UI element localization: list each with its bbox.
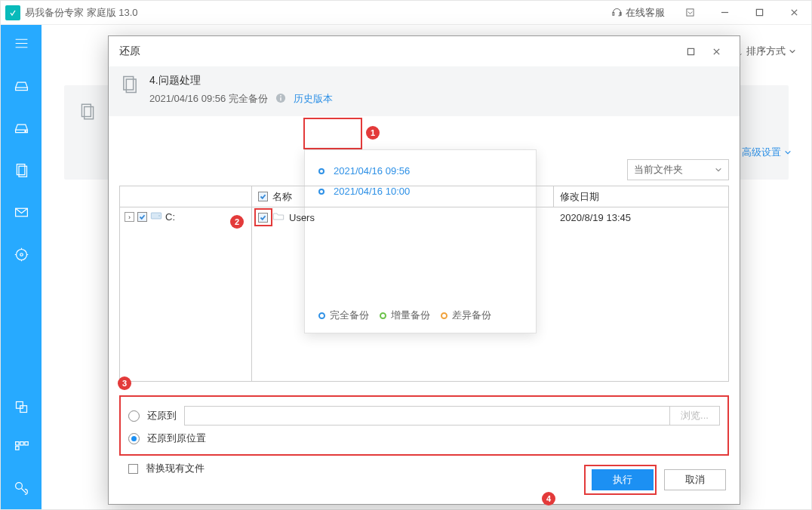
svg-rect-14 (20, 442, 23, 445)
file-date: 2020/8/19 13:45 (560, 212, 631, 223)
file-browser: › C: 名称 修改日期 (119, 186, 729, 382)
radio-checked[interactable] (128, 433, 140, 444)
svg-rect-11 (16, 402, 23, 409)
svg-rect-24 (280, 97, 281, 100)
file-name: Users (289, 212, 315, 223)
svg-point-25 (280, 95, 281, 97)
dialog-titlebar: 还原 (109, 36, 740, 66)
path-input[interactable]: 浏览... (184, 406, 720, 426)
task-meta: 2021/04/16 09:56 完全备份 (149, 92, 268, 106)
maximize-button[interactable] (742, 1, 777, 25)
online-service-label: 在线客服 (626, 6, 665, 20)
svg-rect-0 (613, 13, 614, 16)
minimize-button[interactable] (707, 1, 742, 25)
close-button[interactable] (777, 1, 811, 25)
restore-original-label: 还原到原位置 (147, 432, 206, 445)
svg-rect-21 (124, 77, 134, 91)
online-service-button[interactable]: 在线客服 (604, 1, 672, 25)
list-header: 名称 修改日期 (252, 186, 728, 207)
restore-to-row[interactable]: 还原到 浏览... (128, 403, 720, 429)
clone-icon[interactable] (14, 399, 29, 417)
svg-rect-2 (686, 9, 693, 16)
annotation-box-history (303, 118, 362, 149)
annotation-box-execute (584, 465, 657, 495)
disk-icon (150, 210, 162, 223)
dialog-maximize-button[interactable] (678, 36, 703, 66)
titlebar-dropdown-button[interactable] (672, 1, 707, 25)
menu-icon[interactable] (14, 35, 29, 54)
annotation-marker-3: 3 (118, 376, 131, 390)
info-icon[interactable] (275, 93, 286, 106)
svg-point-5 (24, 131, 26, 132)
svg-rect-19 (85, 107, 94, 119)
svg-point-17 (15, 483, 22, 490)
annotation-box-options: 还原到 浏览... 还原到原位置 (119, 395, 729, 456)
app-window: 易我备份专家 家庭版 13.0 在线客服 排序方式 (0, 0, 812, 510)
expand-toggle[interactable]: › (125, 212, 134, 222)
file-list: 名称 修改日期 Users 2020/8/19 13:4 (252, 186, 728, 381)
annotation-marker-2: 2 (230, 215, 244, 229)
task-name: 4.问题处理 (149, 74, 333, 88)
dialog-header: 4.问题处理 2021/04/16 09:56 完全备份 历史版本 (109, 66, 740, 116)
version-label: 2021/04/16 09:56 (334, 165, 410, 177)
svg-point-10 (20, 253, 23, 257)
annotation-box-checkbox (254, 208, 272, 226)
svg-rect-15 (24, 442, 27, 445)
task-type-icon (119, 74, 140, 97)
drive-label: C: (165, 211, 175, 223)
list-row[interactable]: Users 2020/8/19 13:45 (252, 207, 728, 227)
dialog-close-button[interactable] (703, 36, 729, 66)
svg-rect-16 (15, 447, 18, 450)
svg-rect-18 (82, 104, 91, 116)
settings-icon[interactable] (14, 481, 29, 499)
headset-icon (611, 7, 623, 18)
disk-backup-icon[interactable] (14, 78, 29, 96)
folder-icon (272, 211, 285, 224)
tree-panel: › C: (120, 186, 252, 381)
dialog-title: 还原 (119, 45, 678, 58)
radio[interactable] (128, 410, 140, 422)
checkbox[interactable] (137, 212, 147, 222)
restore-dialog: 还原 4.问题处理 2021/04/16 09:56 完全备份 历史版本 1 (108, 35, 740, 505)
restore-original-row[interactable]: 还原到原位置 (128, 429, 720, 448)
sort-label: 排序方式 (746, 45, 786, 58)
version-dot-icon (318, 168, 324, 174)
col-name[interactable]: 名称 (252, 186, 554, 207)
app-logo-icon (5, 5, 20, 20)
sort-button[interactable]: 排序方式 (731, 45, 796, 58)
advanced-settings-link[interactable]: 高级设置 (742, 146, 792, 159)
col-modified[interactable]: 修改日期 (554, 186, 728, 207)
browse-button[interactable]: 浏览... (669, 407, 719, 425)
version-item[interactable]: 2021/04/16 09:56 (318, 161, 522, 181)
annotation-marker-4: 4 (542, 492, 555, 505)
task-file-icon (78, 102, 97, 121)
chevron-down-icon (715, 166, 722, 174)
chevron-down-icon (784, 149, 792, 156)
system-backup-icon[interactable] (14, 120, 29, 138)
svg-rect-13 (15, 442, 18, 445)
svg-rect-20 (687, 48, 694, 54)
restore-to-label: 还原到 (147, 409, 177, 422)
app-title: 易我备份专家 家庭版 13.0 (25, 6, 138, 20)
file-backup-icon[interactable] (14, 162, 29, 180)
tools-icon[interactable] (14, 440, 29, 458)
scope-dropdown[interactable]: 当前文件夹 (627, 159, 729, 180)
title-bar: 易我备份专家 家庭版 13.0 在线客服 (1, 1, 811, 25)
checkbox[interactable] (258, 192, 268, 201)
svg-point-27 (158, 215, 160, 217)
sidebar (1, 25, 42, 509)
main-area: 排序方式 高级设置 还原 4.问题处理 2021/04/16 0 (42, 25, 811, 509)
svg-rect-12 (20, 406, 26, 413)
svg-point-9 (16, 250, 26, 260)
cancel-button[interactable]: 取消 (664, 469, 726, 490)
annotation-marker-1: 1 (366, 126, 380, 140)
smart-backup-icon[interactable] (14, 247, 29, 265)
svg-rect-22 (126, 79, 136, 93)
mail-backup-icon[interactable] (14, 204, 29, 223)
svg-rect-4 (756, 9, 762, 15)
history-link[interactable]: 历史版本 (294, 92, 333, 106)
chevron-down-icon (789, 48, 796, 55)
